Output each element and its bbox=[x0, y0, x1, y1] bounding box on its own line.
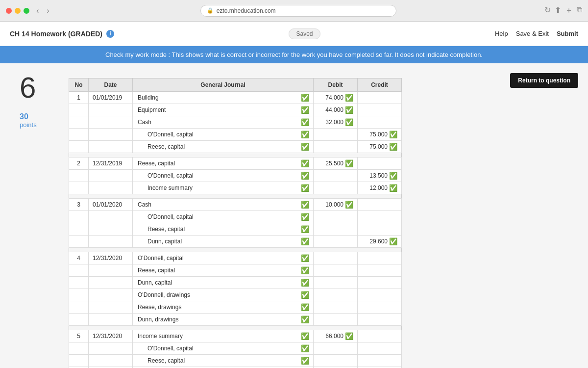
question-number: 6 bbox=[20, 73, 36, 103]
table-row: Reese, capital✅ bbox=[69, 264, 402, 277]
check-icon: ✅ bbox=[345, 159, 353, 167]
journal-text: Dunn, drawings bbox=[138, 316, 178, 323]
debit-value: 10,000 bbox=[325, 201, 343, 208]
debit-cell: 44,000✅ bbox=[314, 104, 358, 116]
journal-text: O'Donnell, capital bbox=[138, 172, 194, 179]
main-content: 6 30 points Return to question No Date G… bbox=[0, 63, 588, 368]
points-info: 30 points bbox=[20, 112, 37, 129]
app-title-area: CH 14 Homework (GRADED) i bbox=[10, 30, 114, 38]
check-icon: ✅ bbox=[301, 131, 309, 138]
debit-cell bbox=[314, 211, 358, 223]
tabs-button[interactable]: ⧉ bbox=[577, 5, 582, 16]
add-tab-button[interactable]: ＋ bbox=[565, 5, 573, 16]
credit-cell bbox=[358, 223, 402, 236]
journal-text: Reese, capital bbox=[138, 226, 185, 233]
maximize-window[interactable] bbox=[24, 8, 29, 14]
journal-cell: O'Donnell, capital✅ bbox=[133, 252, 314, 264]
journal-cell: Reese, capital✅ bbox=[133, 223, 314, 236]
submit-button[interactable]: Submit bbox=[557, 30, 578, 37]
date-cell bbox=[89, 342, 133, 355]
return-to-question-button[interactable]: Return to question bbox=[510, 73, 578, 88]
debit-cell bbox=[314, 289, 358, 301]
debit-cell: 32,000✅ bbox=[314, 116, 358, 129]
forward-button[interactable]: › bbox=[44, 5, 52, 16]
credit-cell bbox=[358, 301, 402, 314]
journal-cell: O'Donnell, drawings✅ bbox=[133, 289, 314, 301]
check-icon: ✅ bbox=[301, 315, 309, 323]
check-icon: ✅ bbox=[301, 291, 309, 299]
credit-value: 29,600 bbox=[369, 238, 388, 245]
journal-text: O'Donnell, capital bbox=[138, 345, 194, 352]
table-row: 5 12/31/2020 Income summary✅ 66,000✅ bbox=[69, 330, 402, 342]
col-header-credit: Credit bbox=[358, 79, 402, 92]
debit-value: 44,000 bbox=[325, 106, 343, 113]
minimize-window[interactable] bbox=[15, 8, 21, 14]
debit-cell bbox=[314, 129, 358, 141]
table-row: O'Donnell, capital✅ bbox=[69, 342, 402, 355]
date-cell bbox=[89, 104, 133, 116]
table-row: Reese, capital✅ bbox=[69, 223, 402, 236]
back-button[interactable]: ‹ bbox=[33, 5, 42, 16]
table-row: O'Donnell, capital✅ bbox=[69, 211, 402, 223]
no-cell bbox=[69, 236, 89, 248]
credit-cell bbox=[358, 211, 402, 223]
save-exit-button[interactable]: Save & Exit bbox=[516, 30, 549, 37]
debit-cell: 74,000✅ bbox=[314, 92, 358, 104]
debit-value: 66,000 bbox=[325, 333, 343, 340]
date-cell bbox=[89, 182, 133, 194]
close-window[interactable] bbox=[6, 8, 12, 14]
journal-cell: Equipment✅ bbox=[133, 104, 314, 116]
check-icon: ✅ bbox=[389, 143, 397, 151]
date-cell bbox=[89, 264, 133, 277]
help-button[interactable]: Help bbox=[495, 30, 508, 37]
col-header-no: No bbox=[69, 79, 89, 92]
no-cell: 3 bbox=[69, 199, 89, 211]
journal-text: Equipment bbox=[138, 106, 166, 113]
check-icon: ✅ bbox=[301, 266, 309, 274]
date-cell: 01/01/2019 bbox=[89, 92, 133, 104]
credit-cell: 12,000✅ bbox=[358, 182, 402, 194]
address-bar[interactable]: 🔒 ezto.mheducation.com bbox=[200, 5, 396, 17]
journal-table-wrapper: No Date General Journal Debit Credit 1 0… bbox=[69, 78, 568, 368]
journal-text: O'Donnell, capital bbox=[138, 131, 194, 138]
debit-cell bbox=[314, 355, 358, 367]
points-label: points bbox=[20, 121, 37, 129]
debit-cell: 25,500✅ bbox=[314, 158, 358, 170]
date-cell bbox=[89, 277, 133, 289]
journal-text: Reese, capital bbox=[138, 357, 185, 364]
check-icon: ✅ bbox=[301, 172, 309, 180]
journal-cell: Dunn, capital✅ bbox=[133, 277, 314, 289]
credit-value: 75,000 bbox=[369, 143, 388, 150]
no-cell bbox=[69, 277, 89, 289]
reload-button[interactable]: ↻ bbox=[544, 5, 551, 16]
check-icon: ✅ bbox=[301, 106, 309, 114]
app-header: CH 14 Homework (GRADED) i Saved Help Sav… bbox=[0, 22, 588, 46]
points-value: 30 bbox=[20, 112, 37, 121]
table-row: Dunn, capital✅ 29,600✅ bbox=[69, 236, 402, 248]
credit-cell bbox=[358, 330, 402, 342]
saved-badge: Saved bbox=[289, 28, 320, 39]
no-cell bbox=[69, 301, 89, 314]
share-button[interactable]: ⬆ bbox=[555, 5, 561, 16]
date-cell bbox=[89, 211, 133, 223]
banner-text: Check my work mode : This shows what is … bbox=[105, 51, 483, 58]
date-cell: 12/31/2019 bbox=[89, 158, 133, 170]
check-icon: ✅ bbox=[345, 106, 353, 114]
credit-cell: 13,500✅ bbox=[358, 170, 402, 182]
credit-cell bbox=[358, 199, 402, 211]
security-icon: 🔒 bbox=[207, 7, 214, 14]
table-row: Cash✅ 32,000✅ bbox=[69, 116, 402, 129]
journal-text: Reese, capital bbox=[138, 267, 175, 274]
no-cell bbox=[69, 182, 89, 194]
journal-cell: Cash✅ bbox=[133, 199, 314, 211]
check-icon: ✅ bbox=[301, 254, 309, 262]
debit-value: 32,000 bbox=[325, 119, 343, 126]
info-icon[interactable]: i bbox=[106, 30, 114, 38]
course-title: CH 14 Homework (GRADED) bbox=[10, 30, 102, 38]
no-cell: 4 bbox=[69, 252, 89, 264]
credit-cell bbox=[358, 158, 402, 170]
debit-cell bbox=[314, 277, 358, 289]
debit-cell bbox=[314, 170, 358, 182]
journal-text: Building bbox=[138, 94, 159, 101]
date-cell bbox=[89, 129, 133, 141]
